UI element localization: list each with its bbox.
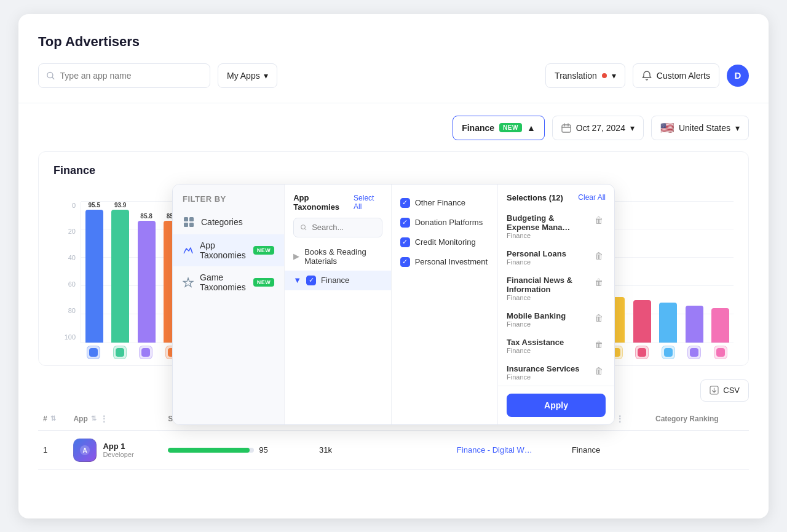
finance-label: Finance	[462, 123, 494, 133]
flag-icon: 🇺🇸	[660, 121, 674, 135]
new-badge: NEW	[499, 123, 522, 132]
cell-cat-ranking	[651, 431, 749, 470]
selection-insurance-cat: Finance	[507, 373, 587, 381]
translation-button[interactable]: Translation ▾	[545, 63, 625, 88]
select-all-link[interactable]: Select All	[354, 194, 382, 211]
filter-by-panel: Filter by Categories	[173, 185, 285, 424]
tax-search-box[interactable]	[293, 218, 382, 237]
chevron-right-icon: ▶	[293, 252, 299, 261]
sub-item-personal-investment[interactable]: Personal Investment	[392, 252, 497, 272]
filter-by-title: Filter by	[173, 194, 284, 210]
selection-financial-news-cat: Finance	[507, 294, 587, 301]
filter-game-taxonomies[interactable]: Game Taxonomies NEW	[173, 266, 284, 298]
bar-icon-2	[133, 346, 159, 359]
app-info: App 1 Developer	[103, 442, 133, 458]
donation-platforms-label: Donation Platforms	[415, 218, 483, 227]
bar-23[interactable]	[686, 306, 703, 343]
country-button[interactable]: 🇺🇸 United States ▾	[651, 116, 749, 140]
selection-budgeting-info: Budgeting & Expense Mana… Finance	[507, 213, 587, 239]
personal-investment-label: Personal Investment	[415, 257, 488, 266]
app-taxonomies-label: App Taxonomies	[200, 240, 247, 260]
selection-financial-news-info: Financial News & Information Finance	[507, 276, 587, 301]
delete-financial-news-button[interactable]: 🗑	[592, 276, 606, 289]
y-label-0: 0	[53, 202, 76, 209]
more-icon-cat[interactable]: ⋮	[615, 414, 624, 424]
country-label: United States	[679, 123, 730, 133]
filter-app-taxonomies[interactable]: App Taxonomies NEW	[173, 234, 284, 266]
search-icon	[46, 71, 55, 81]
date-button[interactable]: Oct 27, 2024 ▾	[552, 116, 644, 140]
app-cell: A App 1 Developer	[73, 439, 158, 462]
tax-search-input[interactable]	[312, 223, 375, 232]
app-icon: A	[73, 439, 97, 462]
chart-title: Finance	[53, 164, 734, 177]
app-icon-inner: A	[74, 439, 96, 461]
selection-tax-assistance: Tax Assistance Finance 🗑	[498, 333, 614, 359]
cell-app: A App 1 Developer	[68, 431, 163, 470]
bar-value-1: 93.9	[114, 202, 126, 208]
other-finance-checkbox[interactable]	[400, 198, 410, 208]
search-box[interactable]	[38, 63, 210, 88]
selection-financial-news-name: Financial News & Information	[507, 276, 587, 294]
custom-alerts-button[interactable]: Custom Alerts	[633, 63, 719, 88]
bar-2[interactable]	[138, 221, 156, 342]
visibility-value: 95	[259, 445, 267, 455]
tax-item-finance[interactable]: ▼ Finance	[285, 271, 390, 290]
bar-value-2: 85.8	[140, 213, 152, 220]
credit-monitoring-checkbox[interactable]	[400, 237, 410, 247]
app-tax-new-badge: NEW	[253, 246, 275, 255]
selection-tax-assistance-info: Tax Assistance Finance	[507, 338, 587, 354]
bar-1[interactable]	[111, 210, 129, 343]
more-icon-app[interactable]: ⋮	[100, 414, 108, 424]
svg-rect-4	[184, 223, 188, 227]
chevron-up-icon: ▲	[527, 123, 536, 133]
chevron-down-icon: ▾	[264, 71, 268, 81]
chevron-down-icon-country: ▾	[735, 123, 740, 133]
svg-rect-3	[189, 217, 194, 221]
progress-bar-fill	[168, 448, 250, 453]
col-rank: # ⇅	[38, 408, 68, 431]
selection-insurance-info: Insurance Services Finance	[507, 364, 587, 381]
filter-categories[interactable]: Categories	[173, 210, 284, 234]
bar-icon-22	[655, 346, 681, 359]
filter-dropdown: Filter by Categories	[172, 184, 615, 425]
tax-item-books[interactable]: ▶ Books & Reading Materials	[285, 242, 390, 271]
page-title: Top Advertisers	[38, 34, 749, 50]
sub-item-donation-platforms[interactable]: Donation Platforms	[392, 213, 497, 232]
selection-tax-assistance-name: Tax Assistance	[507, 338, 587, 347]
finance-checkbox[interactable]	[306, 276, 316, 285]
bar-0[interactable]	[85, 210, 103, 343]
delete-budgeting-button[interactable]: 🗑	[592, 213, 606, 227]
bar-21[interactable]	[633, 300, 651, 343]
delete-mobile-banking-button[interactable]: 🗑	[592, 311, 606, 325]
chevron-down-finance-icon: ▼	[293, 276, 301, 285]
my-apps-button[interactable]: My Apps ▾	[218, 63, 277, 88]
selection-tax-assistance-cat: Finance	[507, 347, 587, 354]
clear-all-link[interactable]: Clear All	[578, 193, 606, 202]
bar-24[interactable]	[711, 308, 729, 342]
donation-platforms-checkbox[interactable]	[400, 218, 410, 228]
delete-personal-loans-button[interactable]: 🗑	[592, 249, 606, 263]
bar-22[interactable]	[659, 303, 677, 342]
delete-insurance-button[interactable]: 🗑	[592, 364, 606, 378]
cell-category: Finance	[567, 431, 651, 470]
taxonomies-panel: App Taxonomies Select All ▶ Books & Read…	[285, 185, 391, 424]
apply-button[interactable]: Apply	[507, 394, 606, 417]
calendar-icon	[561, 123, 571, 133]
svg-text:A: A	[83, 447, 87, 454]
csv-button[interactable]: CSV	[700, 379, 749, 402]
sort-icon-rank[interactable]: ⇅	[50, 415, 56, 423]
selection-budgeting-name: Budgeting & Expense Mana…	[507, 213, 587, 232]
sub-item-other-finance[interactable]: Other Finance	[392, 193, 497, 213]
personal-investment-checkbox[interactable]	[400, 257, 410, 267]
sort-icon-app[interactable]: ⇅	[91, 415, 97, 423]
cell-visibility: 95	[163, 431, 314, 470]
search-input[interactable]	[60, 71, 202, 81]
sub-item-credit-monitoring[interactable]: Credit Monitoring	[392, 232, 497, 252]
app-taxonomies-icon	[183, 244, 194, 256]
sub-items-panel: Other Finance Donation Platforms Credit …	[392, 185, 498, 424]
selection-mobile-banking-name: Mobile Banking	[507, 311, 587, 320]
delete-tax-assistance-button[interactable]: 🗑	[592, 338, 606, 351]
finance-filter-button[interactable]: Finance NEW ▲	[453, 116, 545, 140]
avatar[interactable]: D	[727, 65, 749, 87]
